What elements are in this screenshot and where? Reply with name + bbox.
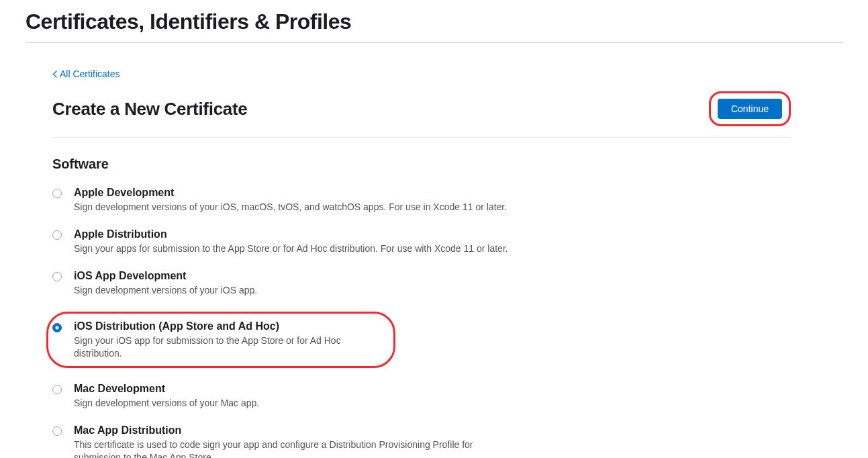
back-link-label: All Certificates	[60, 68, 119, 79]
back-link[interactable]: All Certificates	[52, 68, 119, 79]
option-title: iOS Distribution (App Store and Ad Hoc)	[74, 320, 384, 332]
continue-button[interactable]: Continue	[718, 99, 782, 119]
page-title: Certificates, Identifiers & Profiles	[26, 0, 842, 43]
option-text: iOS App DevelopmentSign development vers…	[74, 270, 257, 297]
radio-button[interactable]	[52, 426, 62, 436]
option-title: iOS App Development	[74, 270, 257, 282]
chevron-left-icon	[52, 71, 57, 78]
option-row[interactable]: iOS App DevelopmentSign development vers…	[52, 270, 522, 297]
option-row[interactable]: Apple DevelopmentSign development versio…	[52, 187, 522, 214]
sub-header: Create a New Certificate Continue	[52, 91, 791, 138]
sub-title: Create a New Certificate	[52, 99, 247, 120]
option-title: Mac App Distribution	[74, 424, 522, 437]
option-list: Apple DevelopmentSign development versio…	[52, 187, 791, 458]
option-text: iOS Distribution (App Store and Ad Hoc)S…	[74, 320, 384, 360]
option-text: Mac DevelopmentSign development versions…	[74, 383, 259, 410]
option-title: Apple Development	[74, 187, 507, 199]
radio-button[interactable]	[52, 323, 62, 332]
radio-button[interactable]	[52, 189, 62, 198]
option-desc: Sign development versions of your Mac ap…	[74, 397, 259, 410]
option-desc: Sign development versions of your iOS, m…	[74, 201, 507, 214]
radio-button[interactable]	[52, 230, 62, 240]
option-title: Apple Distribution	[74, 228, 508, 240]
radio-button[interactable]	[52, 272, 62, 281]
option-text: Mac App DistributionThis certificate is …	[74, 424, 522, 458]
option-text: Apple DistributionSign your apps for sub…	[74, 228, 508, 255]
option-text: Apple DevelopmentSign development versio…	[74, 187, 507, 214]
option-desc: Sign your iOS app for submission to the …	[74, 334, 384, 360]
option-desc: This certificate is used to code sign yo…	[74, 439, 522, 458]
option-row[interactable]: Mac DevelopmentSign development versions…	[52, 383, 522, 410]
option-row[interactable]: Mac App DistributionThis certificate is …	[52, 424, 522, 458]
continue-highlight: Continue	[709, 91, 791, 126]
option-desc: Sign development versions of your iOS ap…	[74, 284, 257, 297]
option-row[interactable]: iOS Distribution (App Store and Ad Hoc)S…	[46, 312, 395, 369]
option-row[interactable]: Apple DistributionSign your apps for sub…	[52, 228, 522, 255]
section-title: Software	[52, 156, 791, 172]
radio-button[interactable]	[52, 385, 62, 394]
option-title: Mac Development	[74, 383, 259, 395]
option-desc: Sign your apps for submission to the App…	[74, 242, 508, 255]
